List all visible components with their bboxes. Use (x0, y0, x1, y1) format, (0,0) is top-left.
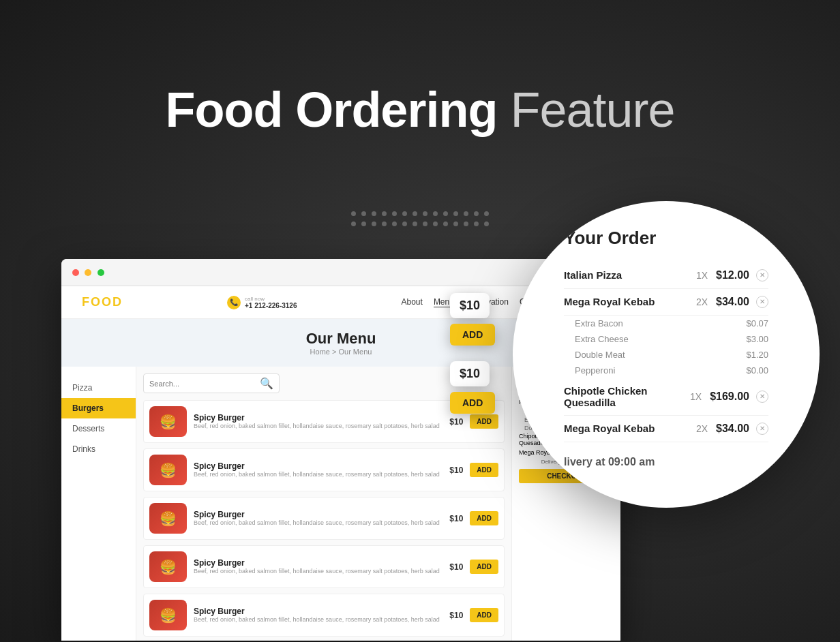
addon-name: Extra Cheese (575, 334, 629, 344)
add-to-order-button[interactable]: ADD (470, 560, 498, 574)
addon-price: $0.00 (746, 365, 768, 376)
dot (382, 221, 387, 226)
order-item-price: $12.00 (716, 269, 749, 281)
minimize-window-icon[interactable] (85, 269, 91, 276)
addon-price: $0.07 (746, 318, 768, 328)
site-logo: FOOD (82, 295, 123, 309)
dot (402, 221, 407, 226)
food-description: Beef, red onion, baked salmon fillet, ho… (194, 423, 442, 431)
order-item-price: $34.00 (716, 423, 749, 435)
food-name: Spicy Burger (194, 413, 442, 423)
order-row-mega-kebab-2: Mega Royal Kebab 2X $34.00 ✕ (564, 416, 768, 442)
food-image: 🍔 (149, 503, 187, 534)
delivery-text: livery at 09:00 am (564, 449, 768, 475)
category-pizza[interactable]: Pizza (61, 378, 136, 398)
food-name: Spicy Burger (194, 461, 442, 471)
dot (484, 211, 489, 216)
dot (474, 211, 479, 216)
dot (453, 211, 458, 216)
order-item-qty: 1X (696, 270, 708, 281)
phone-icon: 📞 (227, 296, 241, 309)
nav-about[interactable]: About (402, 297, 423, 307)
order-item-price: $169.00 (710, 391, 749, 403)
addon-name: Pepperoni (575, 365, 615, 376)
dot (372, 221, 376, 226)
order-row-italian-pizza: Italian Pizza 1X $12.00 ✕ (564, 262, 768, 289)
food-price: $10 (449, 562, 463, 572)
addon-row-double-meat: Double Meat $1.20 (564, 347, 768, 363)
food-info: Spicy Burger Beef, red onion, baked salm… (194, 510, 442, 528)
floating-price-badge-1: $10 (450, 293, 490, 318)
floating-add-badge-2[interactable]: ADD (450, 392, 495, 414)
floating-add-badge-1[interactable]: ADD (450, 324, 495, 346)
order-circle-popup: Your Order Italian Pizza 1X $12.00 ✕ Meg… (513, 201, 820, 508)
add-to-order-button[interactable]: ADD (470, 414, 498, 429)
dot (464, 221, 468, 226)
food-price: $10 (449, 514, 463, 523)
dot (392, 221, 397, 226)
food-item: 🍔 Spicy Burger Beef, red onion, baked sa… (143, 497, 505, 540)
food-name: Spicy Burger (194, 607, 442, 616)
food-info: Spicy Burger Beef, red onion, baked salm… (194, 461, 442, 479)
dot (372, 211, 376, 216)
food-name: Spicy Burger (194, 558, 442, 568)
food-image: 🍔 (149, 600, 187, 630)
food-item: 🍔 Spicy Burger Beef, red onion, baked sa… (143, 545, 505, 588)
remove-item-button[interactable]: ✕ (756, 269, 768, 281)
dot (433, 221, 438, 226)
dot (351, 221, 356, 226)
dot (474, 221, 479, 226)
order-item-name: Chipotle ChickenQuesadilla (564, 385, 682, 408)
order-panel-large: Your Order Italian Pizza 1X $12.00 ✕ Meg… (550, 214, 782, 495)
call-now-label: call now (245, 296, 297, 302)
food-description: Beef, red onion, baked salmon fillet, ho… (194, 568, 442, 576)
dot (443, 211, 448, 216)
food-price: $10 (449, 417, 463, 427)
dots-row-1 (351, 211, 489, 216)
add-to-order-button[interactable]: ADD (470, 511, 498, 525)
remove-item-button[interactable]: ✕ (756, 296, 768, 308)
order-item-price: $34.00 (716, 296, 749, 308)
dot (412, 211, 417, 216)
remove-item-button[interactable]: ✕ (756, 423, 768, 435)
floating-price-badge-2: $10 (450, 361, 490, 386)
addon-name: Extra Bacon (575, 318, 623, 328)
search-input[interactable] (149, 380, 260, 388)
food-description: Beef, red onion, baked salmon fillet, ho… (194, 471, 442, 479)
dot (361, 211, 366, 216)
logo-text: F (82, 295, 91, 309)
dot (464, 211, 468, 216)
dots-decoration (351, 211, 489, 226)
phone-number: +1 212-226-3126 (245, 302, 297, 309)
dots-row-2 (351, 221, 489, 226)
logo-o-icon: O (91, 295, 102, 309)
hero-title-bold: Food Ordering (165, 82, 497, 137)
food-item: 🍔 Spicy Burger Beef, red onion, baked sa… (143, 594, 505, 637)
dot (412, 221, 417, 226)
category-burgers[interactable]: Burgers (61, 398, 136, 418)
add-to-order-button[interactable]: ADD (470, 463, 498, 477)
order-item-qty: 2X (696, 296, 708, 307)
hero-title-light: Feature (510, 82, 674, 137)
remove-item-button[interactable]: ✕ (756, 391, 768, 403)
delivery-row: livery at 09:00 am (564, 442, 768, 482)
food-image: 🍔 (149, 406, 187, 437)
food-name: Spicy Burger (194, 510, 442, 519)
addon-price: $1.20 (746, 350, 768, 360)
food-description: Beef, red onion, baked salmon fillet, ho… (194, 519, 442, 528)
category-desserts[interactable]: Desserts (61, 418, 136, 439)
dot (484, 221, 489, 226)
browser-window-controls (72, 266, 107, 279)
add-to-order-button[interactable]: ADD (470, 608, 498, 622)
dot (453, 221, 458, 226)
close-window-icon[interactable] (72, 269, 79, 276)
food-info: Spicy Burger Beef, red onion, baked salm… (194, 413, 442, 431)
maximize-window-icon[interactable] (97, 269, 104, 276)
dot (423, 211, 427, 216)
addon-row-pepperoni: Pepperoni $0.00 (564, 363, 768, 378)
order-item-name: Mega Royal Kebab (564, 296, 688, 307)
category-drinks[interactable]: Drinks (61, 439, 136, 459)
order-item-qty: 2X (696, 423, 708, 434)
order-panel-title: Your Order (564, 228, 768, 249)
search-bar[interactable]: 🔍 (143, 373, 280, 393)
